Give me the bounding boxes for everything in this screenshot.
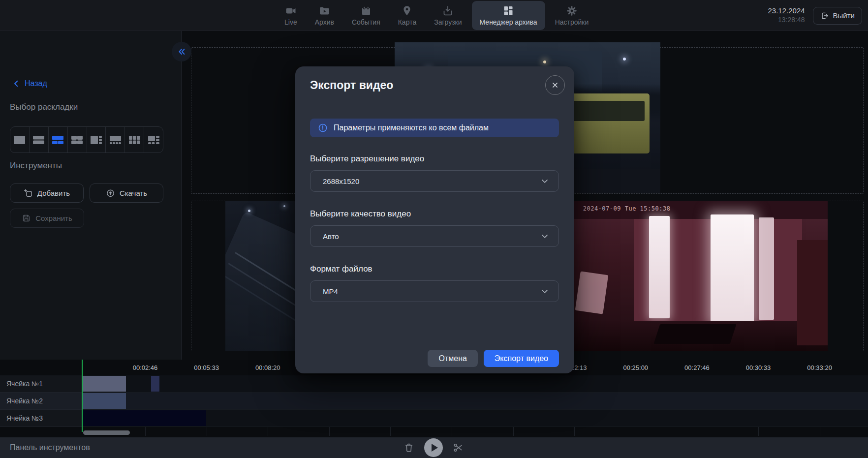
recording-segment[interactable]	[151, 376, 159, 392]
decor	[575, 271, 608, 314]
ruler-tick-label: 00:02:46	[133, 364, 158, 371]
nav-tab-archive-manager[interactable]: Менеджер архива	[472, 1, 545, 30]
layout-1-big-5-small[interactable]	[144, 127, 163, 153]
layout-2x2[interactable]	[68, 127, 87, 153]
layout-1-top-2-bottom-selected[interactable]	[49, 127, 68, 153]
scissors-icon[interactable]	[453, 442, 464, 453]
collapse-sidebar-button[interactable]	[172, 42, 191, 61]
bottom-toolbar: Панель инструментов	[0, 437, 868, 458]
nav-tab-settings[interactable]: Настройки	[547, 1, 597, 30]
field-group-1: Выберите качество видеоАвто	[310, 209, 559, 247]
tool-button-сохранить[interactable]: Сохранить	[10, 209, 84, 228]
ruler-tick-label: 00:08:20	[255, 364, 280, 371]
play-button[interactable]	[424, 438, 443, 457]
nav-tab-events[interactable]: События	[344, 1, 388, 30]
video-camera-icon	[285, 5, 297, 17]
tool-button-скачать[interactable]: Скачать	[90, 183, 163, 203]
select-value: 2688x1520	[323, 177, 540, 185]
tool-button-добавить[interactable]: Добавить	[10, 183, 84, 203]
sidebar: Назад Выбор раскладки Инструменты Добави…	[0, 31, 182, 360]
dialog-footer: Отмена Экспорт видео	[428, 350, 559, 367]
decor-bus	[562, 93, 650, 153]
nav-tab-live[interactable]: Live	[277, 1, 305, 30]
chevron-down-icon	[540, 231, 550, 241]
layout-3x2[interactable]	[125, 127, 144, 153]
nav-tab-downloads[interactable]: Загрузки	[426, 1, 469, 30]
nav-tab-archive[interactable]: Архив	[307, 1, 342, 30]
decor	[248, 210, 250, 212]
calendar-icon	[360, 5, 372, 17]
timeline-rows: Ячейка №1Ячейка №2Ячейка №3	[0, 375, 868, 427]
layout-section-title: Выбор раскладки	[10, 102, 78, 112]
decor-door	[759, 217, 774, 320]
timeline-row: Ячейка №3	[0, 410, 868, 427]
field-group-2: Формат файловMP4	[310, 264, 559, 302]
add-frame-icon	[24, 188, 33, 198]
logout-icon	[820, 11, 829, 20]
timeline-row-label[interactable]: Ячейка №2	[0, 393, 82, 410]
info-icon	[318, 123, 328, 133]
logout-label: Выйти	[833, 11, 855, 20]
export-button[interactable]: Экспорт видео	[484, 350, 559, 367]
timeline-row-track[interactable]	[82, 393, 868, 410]
info-banner: Параметры применяются ко всем файлам	[310, 119, 559, 137]
recording-segment[interactable]	[82, 410, 206, 426]
back-link[interactable]: Назад	[12, 79, 47, 88]
layout-1-top-4-bottom[interactable]	[106, 127, 125, 153]
layout-single[interactable]	[10, 127, 30, 153]
timeline-scrollbar[interactable]	[83, 430, 130, 435]
camera-osd-timestamp: 2024-07-09 Tue 15:50:38	[583, 205, 671, 212]
decor	[653, 324, 736, 344]
select-field-0[interactable]: 2688x1520	[310, 170, 559, 192]
current-date: 23.12.2024	[768, 6, 805, 16]
close-icon	[551, 81, 559, 90]
save-floppy-icon	[22, 214, 31, 223]
timeline-row-track[interactable]	[82, 410, 868, 427]
timeline-row-label[interactable]: Ячейка №3	[0, 410, 82, 427]
tool-button-label: Скачать	[120, 189, 147, 197]
info-banner-text: Параметры применяются ко всем файлам	[334, 123, 489, 132]
layout-grid-icon	[502, 5, 514, 17]
field-label: Формат файлов	[310, 264, 559, 274]
ruler-tick-label: 00:27:46	[684, 364, 710, 371]
dialog-title: Экспорт видео	[310, 79, 393, 92]
decor-door	[649, 216, 669, 318]
download-box-icon	[442, 5, 454, 17]
chevron-down-icon	[540, 176, 550, 186]
camera-thumbnail-ir-hallway[interactable]: 2024-07-09 Tue 15:50:38	[573, 201, 828, 351]
layout-2-rows[interactable]	[30, 127, 49, 153]
field-group-0: Выберите разрешение видео2688x1520	[310, 154, 559, 192]
nav-tab-label: События	[352, 18, 380, 26]
double-chevron-left-icon	[177, 47, 186, 57]
logout-button[interactable]: Выйти	[813, 7, 862, 25]
app-root: LiveАрхивСобытияКартаЗагрузкиМенеджер ар…	[0, 0, 868, 458]
timeline-playhead[interactable]	[82, 360, 83, 432]
ruler-tick-label: 00:33:20	[807, 364, 832, 371]
layout-1-left-3-right[interactable]	[87, 127, 106, 153]
recording-segment[interactable]	[82, 393, 126, 409]
field-label: Выберите качество видео	[310, 209, 559, 219]
select-field-2[interactable]: MP4	[310, 280, 559, 302]
tools-section-title: Инструменты	[10, 161, 62, 171]
nav-tab-label: Настройки	[555, 18, 589, 26]
cancel-button[interactable]: Отмена	[428, 350, 477, 367]
timeline-row-label[interactable]: Ячейка №1	[0, 375, 82, 393]
timeline-row: Ячейка №2	[0, 393, 868, 410]
current-time: 13:28:48	[768, 16, 805, 25]
recording-segment[interactable]	[82, 376, 126, 392]
nav-tab-label: Менеджер архива	[480, 18, 537, 26]
gear-icon	[566, 5, 578, 17]
nav-tab-map[interactable]: Карта	[390, 1, 424, 30]
top-nav-bar: LiveАрхивСобытияКартаЗагрузкиМенеджер ар…	[0, 0, 868, 31]
back-label: Назад	[25, 79, 47, 88]
nav-right-group: 23.12.2024 13:28:48 Выйти	[768, 0, 863, 31]
timeline-row-track[interactable]	[82, 375, 868, 393]
trash-icon[interactable]	[403, 442, 414, 453]
field-label: Выберите разрешение видео	[310, 154, 559, 164]
select-field-1[interactable]: Авто	[310, 225, 559, 247]
close-button[interactable]	[545, 75, 565, 95]
select-value: MP4	[323, 287, 540, 296]
download-circle-icon	[106, 188, 115, 198]
tool-button-label: Сохранить	[35, 214, 72, 222]
decor	[797, 240, 828, 345]
